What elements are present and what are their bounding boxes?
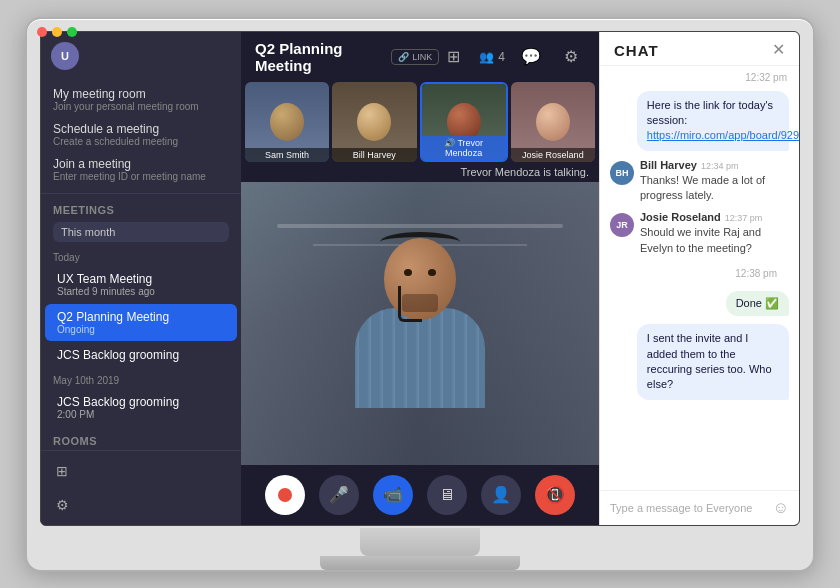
thumb-trevor[interactable]: 🔊 Trevor Mendoza [420, 82, 508, 162]
chat-header: CHAT ✕ [600, 32, 799, 66]
speaker-shirt [355, 308, 485, 408]
mac-dot-green[interactable] [67, 27, 77, 37]
meetings-section-title: Meetings [53, 204, 229, 216]
people-button[interactable]: 👤 [481, 475, 521, 515]
people-icon: 👤 [491, 485, 511, 504]
meeting-q2-name: Q2 Planning Meeting [57, 310, 225, 324]
chat-msg-done: Done ✅ [726, 291, 789, 316]
thumb-josie-label: Josie Roseland [511, 148, 595, 162]
monitor-base [320, 556, 520, 570]
link-icon: 🔗 [398, 52, 409, 62]
josie-msg-content: Josie Roseland 12:37 pm Should we invite… [640, 211, 789, 256]
miro-link[interactable]: https://miro.com/app/board/929302/ [647, 129, 799, 141]
may-label: May 10th 2019 [41, 369, 241, 388]
josie-sender-row: Josie Roseland 12:37 pm [640, 211, 789, 223]
sidebar-bottom-nav: ⊞ ⚙ [41, 450, 241, 525]
join-meeting-title: Join a meeting [53, 157, 229, 171]
grid-icon: ⊞ [53, 462, 71, 480]
bill-msg-content: Bill Harvey 12:34 pm Thanks! We made a l… [640, 159, 789, 204]
mute-button[interactable]: 🎤 [319, 475, 359, 515]
link-badge[interactable]: 🔗 LINK [391, 49, 439, 65]
sidebar-top-row: U [41, 32, 241, 76]
chat-button[interactable]: 💬 [517, 43, 545, 71]
josie-msg-text: Should we invite Raj and Evelyn to the m… [640, 225, 789, 256]
video-button[interactable]: 📹 [373, 475, 413, 515]
sidebar-item-settings[interactable]: ⚙ [41, 489, 241, 521]
my-meeting-room-item[interactable]: My meeting room Join your personal meeti… [41, 82, 241, 117]
join-meeting-item[interactable]: Join a meeting Enter meeting ID or meeti… [41, 152, 241, 187]
main-video-area [241, 182, 599, 465]
sidebar-item-grid[interactable]: ⊞ [41, 455, 241, 487]
settings-icon: ⚙ [53, 496, 71, 514]
meetings-section-header: Meetings This month [41, 194, 241, 246]
chat-title: CHAT [614, 42, 659, 59]
chat-messages: Here is the link for today's session: ht… [600, 87, 799, 490]
thumbnails-row: Sam Smith Bill Harvey 🔊 Trevor Mendoza [241, 82, 599, 162]
month-filter-select[interactable]: This month [53, 222, 229, 242]
main-video-bg [241, 182, 599, 465]
video-header: Q2 Planning Meeting 🔗 LINK ⊞ 👥 4 💬 ⚙ [241, 32, 599, 82]
chat-close-button[interactable]: ✕ [772, 42, 785, 58]
video-icon: 📹 [383, 485, 403, 504]
mac-dot-yellow[interactable] [52, 27, 62, 37]
participants-count: 👥 4 [479, 50, 505, 64]
bill-msg-text: Thanks! We made a lot of progress lately… [640, 173, 789, 204]
chat-input-row: ☺ [600, 490, 799, 525]
link-label: LINK [412, 52, 432, 62]
people-icon: 👥 [479, 50, 494, 64]
main-content: Q2 Planning Meeting 🔗 LINK ⊞ 👥 4 💬 ⚙ [241, 32, 599, 525]
meeting-item-ux[interactable]: UX Team Meeting Started 9 minutes ago [45, 266, 237, 303]
bill-msg-time: 12:34 pm [701, 161, 739, 171]
schedule-meeting-item[interactable]: Schedule a meeting Create a scheduled me… [41, 117, 241, 152]
record-icon [278, 488, 292, 502]
emoji-button[interactable]: ☺ [773, 499, 789, 517]
chat-panel: CHAT ✕ 12:32 pm Here is the link for tod… [599, 32, 799, 525]
chat-msg-bill-row: BH Bill Harvey 12:34 pm Thanks! We made … [610, 159, 789, 204]
meeting-item-jcs-may[interactable]: JCS Backlog grooming 2:00 PM [45, 389, 237, 426]
sidebar-quick-actions: My meeting room Join your personal meeti… [41, 76, 241, 194]
mac-dot-red[interactable] [37, 27, 47, 37]
meeting-title-row: Q2 Planning Meeting 🔗 LINK [255, 40, 439, 74]
meeting-ux-sub: Started 9 minutes ago [57, 286, 225, 297]
meeting-item-q2[interactable]: Q2 Planning Meeting Ongoing [45, 304, 237, 341]
headset-arc [380, 232, 460, 252]
bill-sender-row: Bill Harvey 12:34 pm [640, 159, 789, 171]
chat-msg-link: Here is the link for today's session: ht… [637, 91, 789, 151]
my-meeting-room-title: My meeting room [53, 87, 229, 101]
sidebar: U My meeting room Join your personal mee… [41, 32, 241, 525]
meeting-item-jcs[interactable]: JCS Backlog grooming [45, 342, 237, 368]
screen-share-button[interactable]: 🖥 [427, 475, 467, 515]
chat-msg-josie-row: JR Josie Roseland 12:37 pm Should we inv… [610, 211, 789, 256]
thumb-bill-label: Bill Harvey [332, 148, 416, 162]
chat-message-input[interactable] [610, 502, 767, 514]
rooms-section-title: Rooms [41, 427, 241, 450]
meeting-q2-sub: Ongoing [57, 324, 225, 335]
chat-msg-followup: I sent the invite and I added them to th… [637, 324, 789, 400]
josie-sender-name: Josie Roseland [640, 211, 721, 223]
settings-button[interactable]: ⚙ [557, 43, 585, 71]
end-call-button[interactable]: 📵 [535, 475, 575, 515]
grid-view-button[interactable]: ⊞ [439, 43, 467, 71]
schedule-meeting-sub: Create a scheduled meeting [53, 136, 229, 147]
today-label: Today [41, 246, 241, 265]
screen-share-icon: 🖥 [439, 486, 455, 504]
thumb-josie[interactable]: Josie Roseland [511, 82, 595, 162]
header-controls: ⊞ 👥 4 💬 ⚙ [439, 43, 585, 71]
speaker-figure [355, 238, 485, 408]
bill-sender-name: Bill Harvey [640, 159, 697, 171]
thumb-sam-label: Sam Smith [245, 148, 329, 162]
sidebar-body: Today UX Team Meeting Started 9 minutes … [41, 246, 241, 450]
thumb-sam[interactable]: Sam Smith [245, 82, 329, 162]
thumb-bill[interactable]: Bill Harvey [332, 82, 416, 162]
user-avatar[interactable]: U [51, 42, 79, 70]
bill-avatar: BH [610, 161, 634, 185]
schedule-meeting-title: Schedule a meeting [53, 122, 229, 136]
record-button[interactable] [265, 475, 305, 515]
control-bar: 🎤 📹 🖥 👤 📵 [241, 465, 599, 525]
speaker-head [384, 238, 456, 320]
thumb-trevor-label: 🔊 Trevor Mendoza [422, 136, 506, 160]
josie-msg-time: 12:37 pm [725, 213, 763, 223]
meeting-ux-name: UX Team Meeting [57, 272, 225, 286]
end-call-icon: 📵 [545, 485, 565, 504]
mic-arm [398, 286, 422, 322]
